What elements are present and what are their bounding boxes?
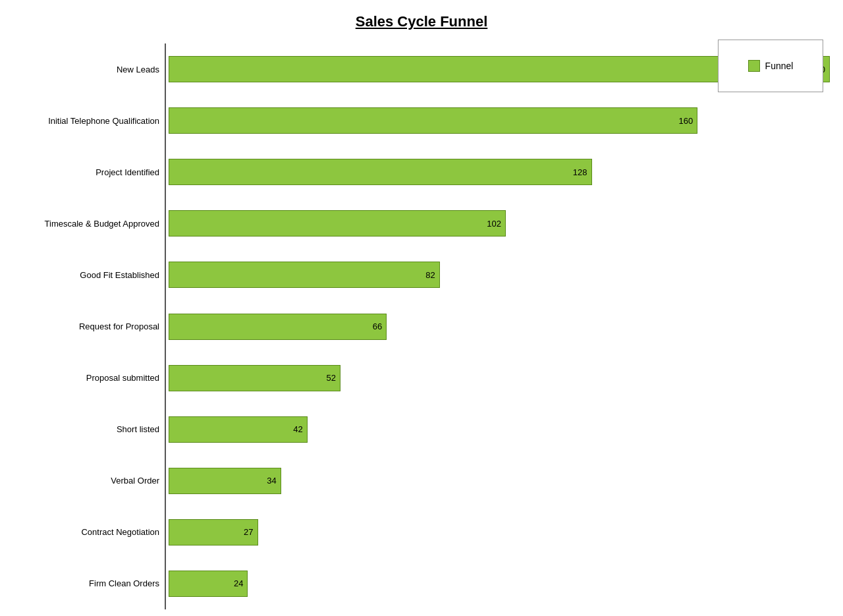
legend-box: Funnel bbox=[718, 40, 823, 92]
bar-row-4: 82 bbox=[169, 249, 830, 300]
bar-row-1: 160 bbox=[169, 95, 830, 146]
legend-color-swatch bbox=[748, 60, 760, 72]
y-label-2: Project Identified bbox=[13, 146, 159, 198]
bar-row-5: 66 bbox=[169, 300, 830, 352]
y-label-4: Good Fit Established bbox=[13, 249, 159, 300]
bar-value-3: 102 bbox=[487, 219, 501, 229]
bar-value-6: 52 bbox=[327, 373, 336, 383]
chart-inner: New LeadsInitial Telephone Qualification… bbox=[13, 43, 830, 609]
y-axis-labels: New LeadsInitial Telephone Qualification… bbox=[13, 43, 165, 609]
bar-row-10: 24 bbox=[169, 558, 830, 609]
y-label-3: Timescale & Budget Approved bbox=[13, 198, 159, 249]
y-label-6: Proposal submitted bbox=[13, 352, 159, 404]
bar-8: 34 bbox=[169, 468, 281, 494]
bar-value-1: 160 bbox=[678, 116, 693, 126]
bar-row-2: 128 bbox=[169, 146, 830, 198]
chart-body: New LeadsInitial Telephone Qualification… bbox=[0, 43, 843, 609]
bar-4: 82 bbox=[169, 262, 440, 288]
y-label-9: Contract Negotiation bbox=[13, 507, 159, 558]
chart-container: Sales Cycle Funnel New LeadsInitial Tele… bbox=[0, 0, 843, 616]
bar-row-8: 34 bbox=[169, 455, 830, 507]
bar-3: 102 bbox=[169, 210, 506, 237]
bar-value-7: 42 bbox=[293, 424, 302, 434]
chart-title: Sales Cycle Funnel bbox=[356, 13, 488, 30]
bar-row-3: 102 bbox=[169, 198, 830, 249]
bar-value-2: 128 bbox=[573, 167, 587, 177]
y-label-1: Initial Telephone Qualification bbox=[13, 95, 159, 146]
y-label-8: Verbal Order bbox=[13, 455, 159, 507]
bar-value-9: 27 bbox=[244, 527, 253, 537]
y-label-7: Short listed bbox=[13, 404, 159, 455]
bar-1: 160 bbox=[169, 107, 697, 134]
y-label-10: Firm Clean Orders bbox=[13, 558, 159, 609]
bar-row-7: 42 bbox=[169, 404, 830, 455]
bar-2: 128 bbox=[169, 159, 592, 185]
bar-9: 27 bbox=[169, 519, 258, 546]
bar-6: 52 bbox=[169, 365, 340, 391]
bar-5: 66 bbox=[169, 314, 387, 340]
bar-value-8: 34 bbox=[267, 476, 276, 486]
bar-value-4: 82 bbox=[425, 270, 435, 280]
y-label-5: Request for Proposal bbox=[13, 300, 159, 352]
bar-row-6: 52 bbox=[169, 352, 830, 404]
bar-row-9: 27 bbox=[169, 507, 830, 558]
y-label-0: New Leads bbox=[13, 43, 159, 95]
bar-7: 42 bbox=[169, 416, 308, 443]
bar-value-10: 24 bbox=[234, 578, 243, 588]
bar-10: 24 bbox=[169, 571, 248, 597]
bar-value-5: 66 bbox=[373, 322, 382, 331]
legend-label: Funnel bbox=[765, 61, 794, 71]
bars-area: 20016012810282665242342724 bbox=[165, 43, 830, 609]
